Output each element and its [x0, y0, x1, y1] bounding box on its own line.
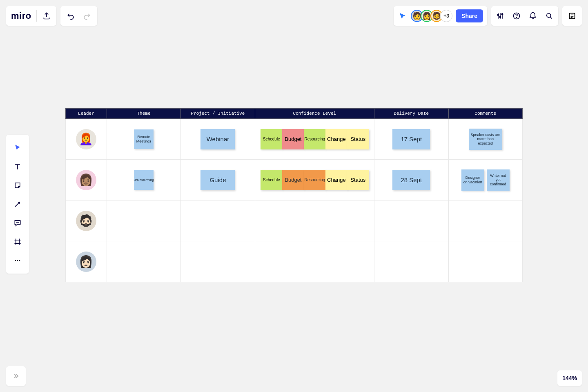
collaborator-avatars[interactable]: 🧑 👩 🧔 +3: [411, 10, 452, 22]
header-delivery: Delivery Date: [374, 109, 448, 119]
table-row[interactable]: 👩🏻: [66, 241, 523, 282]
svg-point-4: [516, 18, 517, 18]
svg-point-8: [17, 260, 18, 261]
theme-note[interactable]: Remote Meetings: [134, 129, 154, 149]
sticky-note-tool-icon[interactable]: [9, 177, 26, 194]
svg-point-9: [19, 260, 20, 261]
schedule-tag[interactable]: Schedule: [261, 129, 283, 149]
text-tool-icon[interactable]: [9, 158, 26, 175]
status-tag[interactable]: Status: [347, 129, 369, 149]
svg-point-2: [501, 13, 503, 15]
table-row[interactable]: 👩‍🦰 Remote Meetings Webinar ScheduleBudg…: [66, 119, 523, 160]
theme-note[interactable]: Brainstorming: [134, 170, 154, 190]
undo-icon[interactable]: [66, 11, 76, 21]
budget-tag[interactable]: Budget: [282, 129, 304, 149]
toolbox: [6, 135, 29, 274]
controls-card: [491, 6, 558, 26]
avatar-overflow[interactable]: +3: [440, 10, 452, 22]
svg-point-1: [499, 16, 501, 18]
comment-note[interactable]: Designer on vacation: [461, 169, 484, 191]
change-tag[interactable]: Change: [325, 170, 347, 190]
status-tag[interactable]: Status: [347, 170, 369, 190]
leader-avatar[interactable]: 👩🏻: [76, 252, 96, 272]
leader-avatar[interactable]: 🧔🏻: [76, 211, 96, 231]
project-note[interactable]: Guide: [200, 170, 235, 190]
expand-panel-icon[interactable]: [6, 366, 26, 386]
comment-note[interactable]: Writer not yet confirmed: [487, 169, 510, 191]
header-confidence: Confidence Level: [255, 109, 374, 119]
resourcing-tag[interactable]: Resourcing: [304, 129, 326, 149]
change-tag[interactable]: Change: [325, 129, 347, 149]
share-button[interactable]: Share: [456, 9, 483, 22]
undo-redo-card: [60, 6, 97, 26]
svg-point-0: [497, 14, 499, 16]
presence-card: 🧑 👩 🧔 +3 Share: [394, 6, 487, 26]
resourcing-tag[interactable]: Resourcing: [304, 170, 326, 190]
table-header-row: Leader Theme Project / Initiative Confid…: [66, 109, 523, 119]
divider: [36, 10, 37, 22]
header-project: Project / Initiative: [181, 109, 255, 119]
zoom-level[interactable]: 144%: [557, 370, 582, 386]
planning-table[interactable]: Leader Theme Project / Initiative Confid…: [65, 108, 523, 282]
cursor-tracking-icon[interactable]: [398, 11, 408, 21]
frame-tool-icon[interactable]: [9, 234, 26, 250]
more-tools-icon[interactable]: [9, 252, 26, 269]
budget-tag[interactable]: Budget: [282, 170, 304, 190]
comment-tool-icon[interactable]: [9, 215, 26, 231]
search-icon[interactable]: [543, 10, 555, 22]
notifications-icon[interactable]: [527, 10, 539, 22]
header-theme: Theme: [107, 109, 180, 119]
export-icon[interactable]: [42, 11, 51, 21]
header-comments: Comments: [448, 109, 523, 119]
schedule-tag[interactable]: Schedule: [261, 170, 283, 190]
logo-card: miro: [6, 6, 56, 26]
confidence-tags[interactable]: ScheduleBudgetResourcingChangeStatus: [258, 129, 371, 149]
date-note[interactable]: 28 Sept: [392, 170, 430, 190]
project-note[interactable]: Webinar: [200, 129, 235, 149]
date-note[interactable]: 17 Sept: [392, 129, 430, 149]
select-tool-icon[interactable]: [9, 140, 26, 156]
comment-note[interactable]: Speaker costs are more than expected: [469, 129, 502, 150]
redo-icon: [82, 11, 91, 21]
settings-icon[interactable]: [494, 10, 506, 22]
header-leader: Leader: [66, 109, 107, 119]
activity-icon[interactable]: [562, 6, 582, 26]
arrow-tool-icon[interactable]: [9, 196, 26, 212]
svg-point-7: [15, 260, 16, 261]
confidence-tags[interactable]: ScheduleBudgetResourcingChangeStatus: [258, 170, 371, 190]
table-row[interactable]: 👩🏽 Brainstorming Guide ScheduleBudgetRes…: [66, 160, 523, 200]
leader-avatar[interactable]: 👩‍🦰: [76, 129, 96, 149]
help-icon[interactable]: [511, 10, 522, 22]
svg-point-5: [547, 13, 551, 18]
app-logo[interactable]: miro: [11, 11, 31, 21]
leader-avatar[interactable]: 👩🏽: [76, 170, 96, 190]
table-row[interactable]: 🧔🏻: [66, 200, 523, 241]
